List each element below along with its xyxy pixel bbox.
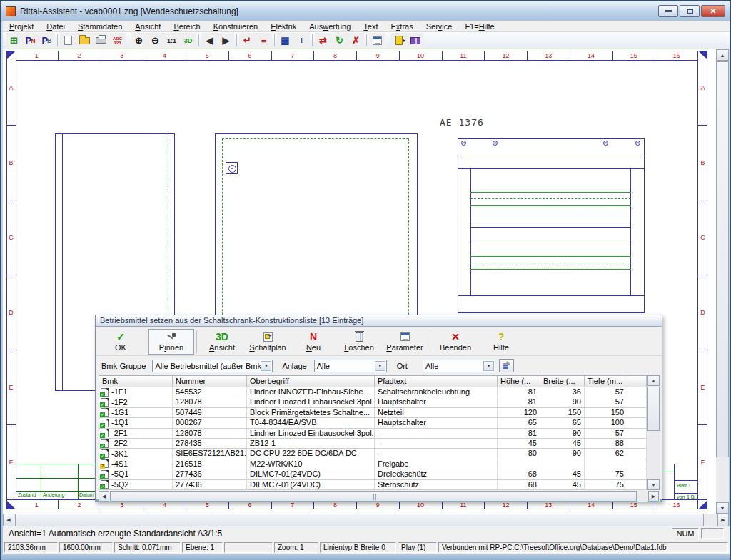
open-icon[interactable]	[76, 33, 93, 48]
quit-icon: ✕	[451, 331, 460, 342]
cell-bmk: ✓-1Q1	[99, 418, 173, 427]
column-header-h-he-[interactable]: Höhe (...	[498, 376, 540, 387]
table-row[interactable]: ✓-2F2278435ZB12-1-454588	[99, 439, 647, 449]
table-vertical-scrollbar[interactable]: ▲ ▼	[647, 375, 660, 490]
scroll-right-button[interactable]: ▶	[648, 491, 659, 502]
view-3d-icon[interactable]: 3D	[180, 33, 196, 48]
table-row[interactable]: ?-4S1216518M22-WRK/K10Freigabe	[99, 459, 647, 469]
menu-item-ansicht[interactable]: Ansicht	[128, 21, 167, 31]
ruler-cell: 5	[186, 51, 229, 60]
cell-spare	[627, 408, 647, 417]
cell-oberbegriff: DILMC7-01(24VDC)	[247, 469, 375, 479]
schematic-button[interactable]: Schaltplan	[245, 329, 291, 355]
table-row[interactable]: ✓-1F1545532Lindner INNOZED-Einbau-Siche.…	[99, 387, 647, 397]
help-book-icon[interactable]	[407, 33, 423, 48]
quit-button[interactable]: ✕Beenden	[433, 329, 478, 355]
table-hscroll-thumb[interactable]	[110, 491, 637, 502]
new-button[interactable]: NNeu	[291, 329, 336, 355]
column-header-nummer[interactable]: Nummer	[173, 376, 247, 387]
minimize-button[interactable]	[658, 5, 678, 17]
menu-item-konstruieren[interactable]: Konstruieren	[207, 21, 264, 31]
table-row[interactable]: ✓-3K1SIE6ES72121AB21...DC CPU 222 8DE DC…	[99, 449, 647, 459]
table-scroll-thumb[interactable]	[647, 387, 660, 431]
info-icon[interactable]: i	[293, 33, 310, 48]
menu-item-extras[interactable]: Extras	[385, 21, 420, 31]
table-row[interactable]: ✓-5Q2277436DILMC7-01(24VDC)Sternschütz68…	[99, 480, 647, 490]
table-row[interactable]: ✓-1Q1008267T0-4-8344/EA/SVBHauptschalter…	[99, 418, 647, 428]
scroll-right-button[interactable]: ▶	[717, 514, 729, 526]
layers-icon[interactable]: ≡	[256, 33, 272, 48]
menu-item-auswertung[interactable]: Auswertung	[303, 21, 357, 31]
menu-item-datei[interactable]: Datei	[40, 21, 71, 31]
chevron-down-icon[interactable]: ▼	[483, 361, 494, 371]
bmk-gruppe-select[interactable]: Alle Betriebsmittel (außer Bmk X) ▼	[152, 360, 273, 372]
print-icon[interactable]	[93, 33, 109, 48]
back-icon[interactable]: ◀	[201, 33, 218, 48]
zoom-out-icon[interactable]: ⊖	[147, 33, 163, 48]
scroll-down-button[interactable]: ▼	[647, 479, 660, 490]
abc-123-icon[interactable]: ABC123	[109, 33, 126, 48]
refresh-icon[interactable]: ↻	[331, 33, 348, 48]
menu-item-stammdaten[interactable]: Stammdaten	[71, 21, 128, 31]
ok-button[interactable]: ✓OK	[98, 329, 143, 355]
scroll-up-button[interactable]: ▲	[647, 375, 660, 386]
table-horizontal-scrollbar[interactable]: ◀ ▶	[99, 491, 660, 502]
cell-spare	[627, 459, 647, 469]
cell-bmk: ✓-5Q2	[99, 480, 173, 489]
delete-ref-icon[interactable]: ✗	[348, 33, 364, 48]
pin-button[interactable]: Pinnen	[148, 329, 194, 355]
parameter-button[interactable]: Parameter	[382, 329, 428, 355]
menu-item-bereich[interactable]: Bereich	[167, 21, 206, 31]
vertical-scrollbar[interactable]: ▲ ▼	[716, 49, 729, 514]
ort-select[interactable]: Alle ▼	[423, 360, 495, 372]
scroll-down-button[interactable]: ▼	[716, 502, 729, 514]
menu-item-projekt[interactable]: Projekt	[3, 21, 40, 31]
menu-item-service[interactable]: Service	[420, 21, 459, 31]
table-row[interactable]: ✓-1G1507449Block Primärgetaktetes Schalt…	[99, 408, 647, 418]
column-header-tiefe-m-[interactable]: Tiefe (m...	[585, 376, 627, 387]
zoom-in-icon[interactable]: ⊕	[131, 33, 147, 48]
properties-icon[interactable]	[369, 33, 385, 48]
menu-item-text[interactable]: Text	[357, 21, 384, 31]
anlage-select[interactable]: Alle ▼	[314, 360, 387, 372]
view-3d-button[interactable]: 3DAnsicht	[199, 329, 245, 355]
help-button[interactable]: ?Hilfe	[478, 329, 524, 355]
chevron-down-icon[interactable]: ▼	[375, 361, 385, 371]
table-row[interactable]: ✓-2F1128078Lindner Linozed Einbausockel …	[99, 429, 647, 439]
pn-icon[interactable]: PN	[22, 33, 39, 48]
dialog-title[interactable]: Betriebsmittel setzen aus der Schaltschr…	[96, 315, 662, 327]
project-window-icon[interactable]: ⊞	[6, 33, 22, 48]
chevron-down-icon[interactable]: ▼	[261, 361, 271, 371]
table-row[interactable]: ✓-1F2128078Lindner Linozed Einbausockel …	[99, 397, 647, 407]
column-header-oberbegriff[interactable]: Oberbegriff	[247, 376, 375, 387]
goto-sheet-icon[interactable]: ↵	[239, 33, 256, 48]
exit-icon[interactable]	[390, 33, 407, 48]
swap-arrows-icon[interactable]: ⇄	[315, 33, 331, 48]
mounting-rail	[470, 205, 631, 206]
column-header-pfadtext[interactable]: Pfadtext	[375, 376, 498, 387]
column-header-spare[interactable]	[627, 376, 647, 387]
horizontal-scrollbar[interactable]: ◀ ▶	[3, 514, 729, 526]
scroll-left-button[interactable]: ◀	[99, 491, 109, 502]
forward-icon[interactable]: ▶	[218, 33, 234, 48]
scroll-up-button[interactable]: ▲	[716, 49, 729, 61]
grid-edit-button[interactable]: ▦✎	[499, 359, 514, 372]
maximize-button[interactable]	[680, 5, 700, 17]
column-header-breite-[interactable]: Breite (...	[540, 376, 585, 387]
zoom-1-1-icon[interactable]: 1:1	[163, 33, 180, 48]
menu-item-hilfe[interactable]: F1=Hilfe	[458, 21, 500, 31]
status-cell: Ebene: 1	[182, 542, 223, 553]
menu-item-elektrik[interactable]: Elektrik	[264, 21, 303, 31]
pb-icon[interactable]: PB	[39, 33, 55, 48]
mounting-rail	[470, 192, 631, 193]
delete-button[interactable]: Löschen	[336, 329, 382, 355]
components-table: BmkNummerOberbegriffPfadtextHöhe (...Bre…	[99, 375, 647, 490]
new-document-icon[interactable]	[60, 33, 76, 48]
horizontal-scroll-thumb[interactable]	[15, 514, 704, 526]
table-row[interactable]: ✓-5Q1277436DILMC7-01(24VDC)Dreieckschütz…	[99, 469, 647, 479]
column-header-bmk[interactable]: Bmk	[99, 376, 173, 387]
close-button[interactable]: ✕	[701, 5, 725, 17]
table-view-icon[interactable]: ▦	[277, 33, 293, 48]
scroll-left-button[interactable]: ◀	[3, 514, 14, 526]
vertical-scroll-thumb[interactable]	[716, 61, 729, 457]
